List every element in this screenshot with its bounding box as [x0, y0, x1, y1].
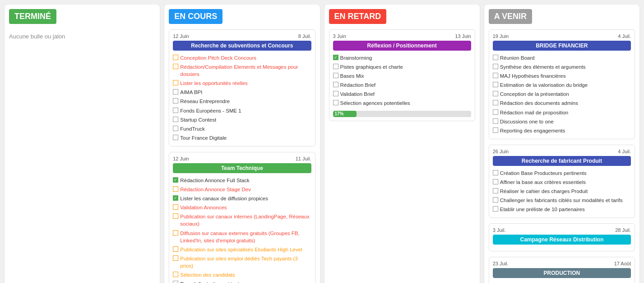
card-title: PRODUCTION: [493, 268, 631, 278]
task-item: Bases Mix: [333, 71, 471, 80]
task-checkbox[interactable]: [173, 117, 178, 122]
task-text: Validation Brief: [340, 90, 471, 98]
task-item: Brainstorming: [333, 53, 471, 62]
card-card-subventions: 12 Juin8 Juil.Recherche de subventions e…: [169, 29, 315, 146]
task-checkbox[interactable]: [333, 82, 338, 87]
task-list: Création Base Producteurs pertinentsAffi…: [493, 169, 631, 214]
card-card-production: 23 Juil.17 AoûtPRODUCTION: [489, 257, 635, 283]
task-checkbox[interactable]: [493, 64, 498, 69]
card-meta: 12 Juin11 Juil.: [173, 156, 311, 161]
task-text: Reporting des engagements: [500, 127, 631, 134]
task-text: Rédaction Annonce Stage Dev: [180, 186, 311, 193]
task-checkbox[interactable]: [173, 246, 178, 252]
task-checkbox[interactable]: [333, 73, 338, 78]
task-text: Validation Annonces: [180, 204, 311, 211]
card-end-date: 17 Août: [614, 261, 631, 266]
task-checkbox[interactable]: [173, 126, 178, 131]
task-checkbox[interactable]: [333, 64, 338, 69]
task-item: Création Base Producteurs pertinents: [493, 169, 631, 178]
card-start-date: 3 Juil.: [493, 227, 506, 233]
task-checkbox[interactable]: [173, 281, 178, 283]
task-checkbox[interactable]: [173, 89, 178, 94]
task-checkbox[interactable]: [493, 100, 498, 105]
task-item: Sélection des candidats: [173, 270, 311, 279]
task-text: Brainstorming: [340, 54, 471, 61]
task-text: Fonds Européens - SME 1: [180, 107, 311, 114]
task-checkbox[interactable]: [493, 73, 498, 78]
task-text: FundTruck: [180, 125, 311, 132]
task-item: Rédaction Annonce Full Stack: [173, 176, 311, 185]
task-item: Réunion Board: [493, 53, 631, 62]
card-title: Recherche de fabricant Produit: [493, 156, 631, 166]
card-meta: 26 Juin4 Juil.: [493, 149, 631, 154]
empty-text: Aucune bulle ou jalon: [9, 33, 155, 40]
task-checkbox[interactable]: [493, 55, 498, 60]
task-checkbox[interactable]: [493, 91, 498, 96]
task-item: Réaliser le cahier des charges Produit: [493, 187, 631, 196]
task-text: Création Base Producteurs pertinents: [500, 170, 631, 177]
task-text: Publication sur canaux internes (Landing…: [180, 213, 311, 227]
task-checkbox[interactable]: [173, 255, 178, 261]
task-checkbox[interactable]: [493, 188, 498, 193]
task-checkbox[interactable]: [173, 230, 178, 236]
task-checkbox[interactable]: [173, 186, 178, 192]
task-checkbox[interactable]: [333, 91, 338, 96]
task-checkbox[interactable]: [173, 213, 178, 219]
task-checkbox[interactable]: [173, 80, 178, 85]
card-title: Campagne Réseaux Distribution: [493, 235, 631, 245]
task-text: Rédaction des documents admins: [500, 99, 631, 107]
task-checkbox[interactable]: [173, 135, 178, 140]
task-checkbox[interactable]: [493, 118, 498, 124]
task-checkbox[interactable]: [173, 108, 178, 113]
task-item: Rédaction des documents admins: [493, 99, 631, 108]
task-checkbox[interactable]: [493, 127, 498, 133]
task-checkbox[interactable]: [173, 98, 178, 104]
task-text: Rédaction Annonce Full Stack: [180, 177, 311, 184]
task-checkbox[interactable]: [173, 195, 178, 201]
task-checkbox[interactable]: [493, 197, 498, 203]
task-list: Réunion BoardSynthèse des éléments et ar…: [493, 53, 631, 135]
task-checkbox[interactable]: [333, 100, 338, 105]
task-checkbox[interactable]: [493, 179, 498, 184]
task-checkbox[interactable]: [333, 55, 338, 60]
card-end-date: 11 Juil.: [296, 156, 311, 161]
task-checkbox[interactable]: [173, 55, 178, 60]
task-item: Challenger les fabricants ciblés sur mod…: [493, 196, 631, 205]
task-item: Round d'entretiens et tests: [173, 279, 311, 283]
task-text: Affiner la base aux critères essentiels: [500, 179, 631, 186]
task-checkbox[interactable]: [173, 177, 178, 183]
task-item: Rédaction Brief: [333, 80, 471, 90]
task-item: Synthèse des éléments et arguments: [493, 62, 631, 71]
card-card-reflexion: 3 Juin13 JuinRéflexion / PositionnementB…: [329, 29, 475, 121]
card-title: BRIDGE FINANCIER: [493, 41, 631, 51]
task-checkbox[interactable]: [173, 272, 178, 277]
task-item: Conception de la présentation: [493, 90, 631, 99]
card-end-date: 8 Juil.: [298, 33, 311, 39]
task-checkbox[interactable]: [493, 109, 498, 115]
task-item: Réseau Entreprendre: [173, 97, 311, 106]
task-text: Conception de la présentation: [500, 90, 631, 98]
card-card-technique: 12 Juin11 Juil.Team TechniqueRédaction A…: [169, 152, 315, 283]
task-checkbox[interactable]: [493, 206, 498, 212]
task-checkbox[interactable]: [493, 170, 498, 175]
task-item: Sélection agences potentielles: [333, 99, 471, 108]
task-item: Rédaction mail de proposition: [493, 108, 631, 117]
task-checkbox[interactable]: [173, 204, 178, 210]
task-text: Etablir une préliste de 10 partenaires: [500, 206, 631, 213]
task-text: Bases Mix: [340, 72, 471, 80]
task-text: Publication sur sites spécialisés Etudia…: [180, 246, 311, 253]
task-item: Publication sur sites spécialisés Etudia…: [173, 245, 311, 254]
card-title: Team Technique: [173, 163, 311, 173]
task-item: Rédaction Annonce Stage Dev: [173, 185, 311, 194]
card-start-date: 19 Juin: [493, 33, 509, 39]
card-end-date: 4 Juil.: [618, 33, 631, 39]
task-item: FundTruck: [173, 124, 311, 133]
task-checkbox[interactable]: [173, 64, 178, 69]
task-text: Synthèse des éléments et arguments: [500, 63, 631, 71]
task-checkbox[interactable]: [493, 82, 498, 87]
task-text: Startup Contest: [180, 116, 311, 123]
task-item: Startup Contest: [173, 115, 311, 124]
column-enretard: EN RETARD3 Juin13 JuinRéflexion / Positi…: [324, 5, 480, 283]
task-item: Rédaction/Compilation Elements et Messag…: [173, 62, 311, 79]
card-card-fabricant: 26 Juin4 Juil.Recherche de fabricant Pro…: [489, 145, 635, 218]
